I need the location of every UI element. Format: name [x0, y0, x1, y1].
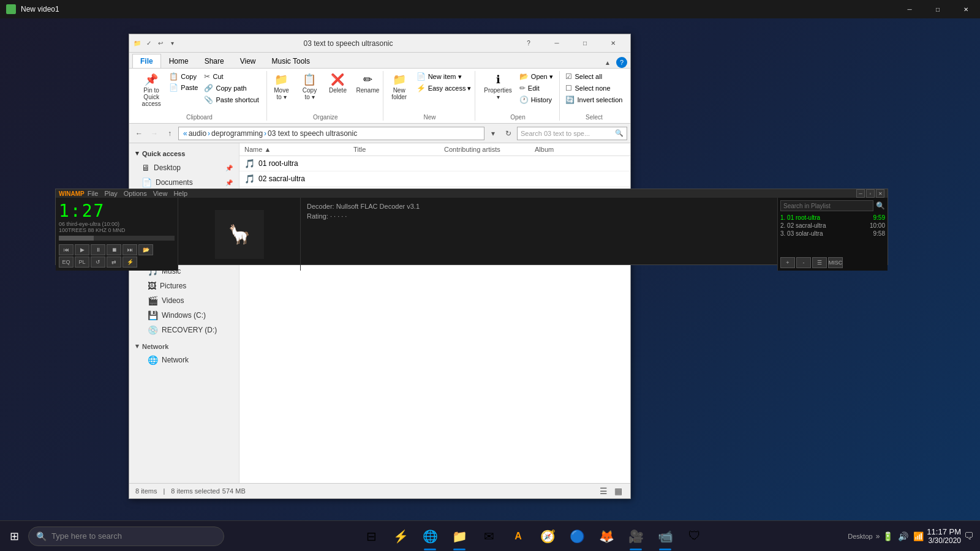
winamp-close-btn[interactable]: ✕: [876, 189, 884, 198]
tiles-view-btn[interactable]: ▦: [612, 485, 624, 497]
pin-to-quick-access-button[interactable]: 📌 Pin to Quickaccess: [137, 71, 165, 108]
taskbar-edge-btn[interactable]: 🌐: [416, 521, 444, 552]
new-item-button[interactable]: 📄 New item ▾: [414, 71, 474, 82]
nav-forward-btn[interactable]: →: [148, 127, 161, 140]
explorer-close-btn[interactable]: ✕: [599, 34, 627, 53]
nav-up-btn[interactable]: ↑: [163, 127, 176, 140]
select-all-button[interactable]: ☑ Select all: [563, 71, 625, 82]
winamp-playlist-item-2[interactable]: 2. 02 sacral-ultra 10:00: [780, 222, 885, 230]
column-title[interactable]: Title: [353, 146, 444, 153]
winamp-prev-btn[interactable]: ⏮: [59, 244, 74, 255]
taskbar-firefox-btn[interactable]: 🦊: [592, 521, 620, 552]
sidebar-item-videos[interactable]: 🎬 Videos: [129, 293, 239, 308]
winamp-search-input[interactable]: [780, 200, 873, 211]
winamp-pl-btn[interactable]: PL: [75, 257, 89, 268]
tab-share[interactable]: Share: [197, 54, 232, 68]
qat-icon-3[interactable]: ↩: [156, 39, 165, 48]
taskbar-amazon-btn[interactable]: A: [504, 521, 532, 552]
tab-music-tools[interactable]: Music Tools: [264, 54, 318, 68]
delete-button[interactable]: ❌ Delete: [324, 71, 351, 95]
search-box[interactable]: Search 03 text to spe... 🔍: [517, 127, 627, 140]
tab-file[interactable]: File: [132, 54, 161, 68]
nav-back-btn[interactable]: ←: [132, 127, 146, 140]
easy-access-button[interactable]: ⚡ Easy access ▾: [414, 83, 474, 94]
winamp-menu-options[interactable]: Options: [124, 190, 147, 197]
winamp-pl-remove-btn[interactable]: -: [796, 257, 811, 268]
winamp-menu-help[interactable]: Help: [173, 190, 187, 197]
tab-view[interactable]: View: [232, 54, 264, 68]
winamp-eq-btn[interactable]: EQ: [59, 257, 74, 268]
select-none-button[interactable]: ☐ Select none: [563, 83, 625, 94]
sidebar-item-documents[interactable]: 📄 Documents 📌: [129, 175, 239, 190]
copy-button[interactable]: 📋 Copy: [167, 71, 200, 82]
nav-refresh-btn[interactable]: ↻: [502, 127, 515, 140]
winamp-pause-btn[interactable]: ⏸: [91, 244, 105, 255]
column-name[interactable]: Name ▲: [244, 146, 335, 153]
sidebar-item-desktop[interactable]: 🖥 Desktop 📌: [129, 160, 239, 175]
taskbar-apps-btn[interactable]: ⚡: [386, 521, 415, 552]
nav-dropdown-btn[interactable]: ▾: [486, 127, 500, 140]
paste-shortcut-button[interactable]: 📎 Paste shortcut: [202, 94, 261, 105]
sidebar-item-windows-c[interactable]: 💾 Windows (C:): [129, 308, 239, 323]
sidebar-quick-access-header[interactable]: ▾ Quick access: [129, 146, 239, 160]
edit-button[interactable]: ✏ Edit: [517, 83, 556, 94]
explorer-help-btn[interactable]: ?: [514, 34, 543, 53]
cut-button[interactable]: ✂ Cut: [202, 71, 261, 82]
taskbar-app6-btn[interactable]: 🔵: [563, 521, 591, 552]
start-button[interactable]: ⊞: [0, 521, 28, 552]
taskbar-video-btn[interactable]: 🎥: [622, 521, 650, 552]
explorer-minimize-btn[interactable]: ─: [543, 34, 571, 53]
winamp-menu-play[interactable]: Play: [104, 190, 117, 197]
copy-path-button[interactable]: 🔗 Copy path: [202, 83, 261, 94]
network-tray-icon[interactable]: 📶: [913, 531, 924, 541]
winamp-lightning-btn[interactable]: ⚡: [123, 257, 137, 268]
qat-icon-2[interactable]: ✓: [144, 39, 154, 48]
taskbar-tool-btn[interactable]: 🛡: [680, 521, 709, 552]
taskbar-mail-btn[interactable]: ✉: [475, 521, 503, 552]
winamp-minimize-btn[interactable]: ─: [856, 189, 865, 198]
address-path-box[interactable]: « audio › deprogramming › 03 text to spe…: [178, 127, 484, 140]
app-maximize-btn[interactable]: □: [924, 0, 952, 18]
table-row[interactable]: 🎵 02 sacral-ultra: [239, 171, 630, 187]
copy-to-button[interactable]: 📋 Copyto ▾: [296, 71, 323, 102]
invert-selection-button[interactable]: 🔄 Invert selection: [563, 94, 625, 105]
taskbar-explorer-btn[interactable]: 📁: [445, 521, 473, 552]
ribbon-help-btn[interactable]: ?: [616, 57, 627, 68]
taskbar-clock[interactable]: 11:17 PM 3/30/2020: [927, 527, 961, 545]
winamp-shuffle-btn[interactable]: ⇄: [107, 257, 121, 268]
column-artists[interactable]: Contributing artists: [444, 146, 535, 153]
column-album[interactable]: Album: [535, 146, 625, 153]
winamp-open-btn[interactable]: 📂: [138, 244, 153, 255]
winamp-menu-view[interactable]: View: [153, 190, 168, 197]
qat-icon-1[interactable]: 📁: [132, 39, 142, 48]
app-close-btn[interactable]: ✕: [952, 0, 980, 18]
volume-icon[interactable]: 🔊: [898, 531, 908, 541]
sidebar-item-recovery-d[interactable]: 💿 RECOVERY (D:): [129, 323, 239, 337]
winamp-stop-btn[interactable]: ⏹: [107, 244, 121, 255]
sidebar-item-network[interactable]: 🌐 Network: [129, 353, 239, 367]
new-folder-button[interactable]: 📁 Newfolder: [386, 71, 413, 102]
winamp-playlist-item-1[interactable]: 1. 01 root-ultra 9:59: [780, 214, 885, 222]
table-row[interactable]: 🎵 01 root-ultra: [239, 156, 630, 171]
winamp-search-icon[interactable]: 🔍: [876, 201, 885, 210]
rename-button[interactable]: ✏ Rename: [352, 71, 383, 95]
ribbon-collapse-btn[interactable]: ▲: [601, 58, 614, 67]
winamp-playlist-item-3[interactable]: 3. 03 solar-ultra 9:58: [780, 230, 885, 238]
winamp-pl-select-btn[interactable]: ☰: [812, 257, 827, 268]
paste-button[interactable]: 📄 Paste: [167, 82, 200, 93]
history-button[interactable]: 🕐 History: [517, 94, 556, 105]
details-view-btn[interactable]: ☰: [597, 485, 609, 497]
winamp-progress-bar[interactable]: [59, 236, 175, 241]
explorer-maximize-btn[interactable]: □: [571, 34, 599, 53]
winamp-shade-btn[interactable]: ▫: [866, 189, 875, 198]
taskbar-task-view-btn[interactable]: ⊟: [357, 521, 385, 552]
winamp-pl-add-btn[interactable]: +: [780, 257, 795, 268]
winamp-menu-file[interactable]: File: [88, 190, 99, 197]
open-button[interactable]: 📂 Open ▾: [517, 71, 556, 82]
notification-btn[interactable]: 🗨: [964, 531, 974, 542]
move-to-button[interactable]: 📁 Moveto ▾: [268, 71, 295, 102]
properties-button[interactable]: ℹ Properties ▾: [480, 71, 516, 102]
tab-home[interactable]: Home: [161, 54, 197, 68]
taskbar-tripadvisor-btn[interactable]: 🧭: [533, 521, 562, 552]
winamp-next-btn[interactable]: ⏭: [123, 244, 137, 255]
